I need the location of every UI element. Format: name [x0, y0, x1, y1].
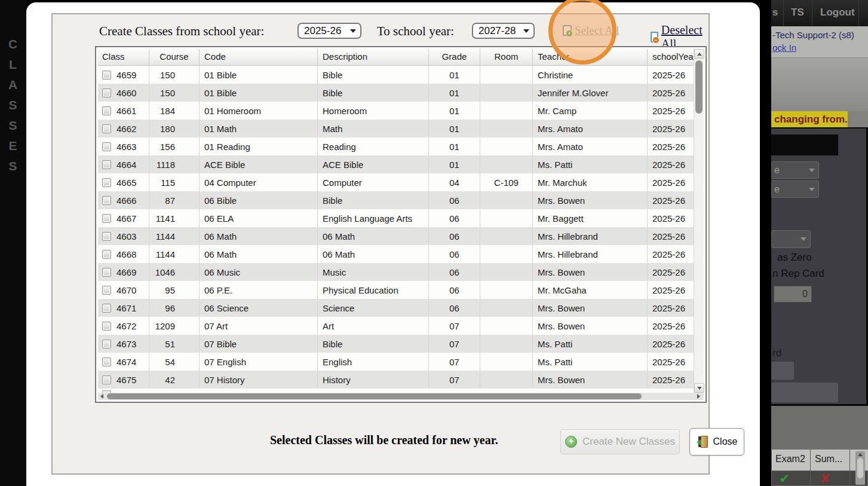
column-header-grade[interactable]: Grade	[429, 49, 480, 65]
table-row[interactable]: 4670 95 06 P.E. Physical Education 06 Mr…	[98, 281, 694, 299]
scroll-up-icon	[697, 53, 702, 56]
row-checkbox[interactable]	[102, 286, 111, 295]
table-row[interactable]: 4659 150 01 Bible Bible 01 Christine 202…	[98, 66, 694, 84]
cell-code: 01 Homeroom	[200, 102, 318, 120]
cell-schoolyear: 2025-26	[648, 371, 694, 389]
table-row[interactable]: 4672 1209 07 Art Art 07 Mrs. Bowen 2025-…	[98, 317, 694, 335]
table-row[interactable]: 4671 96 06 Science Science 06 Mrs. Bowen…	[98, 299, 694, 317]
column-header-room[interactable]: Room	[480, 49, 533, 65]
nav-tab-ts[interactable]: TS	[791, 7, 804, 19]
mini-table-scrollbar[interactable]	[855, 451, 865, 485]
row-checkbox[interactable]	[102, 214, 111, 223]
table-row[interactable]: 4668 1144 06 Math 06 Math 06 Mrs. Hilleb…	[98, 245, 694, 263]
row-checkbox[interactable]	[102, 106, 111, 115]
column-header-desc[interactable]: Description	[318, 49, 429, 65]
row-checkbox[interactable]	[102, 375, 111, 384]
background-input-small[interactable]	[771, 362, 794, 380]
cell-schoolyear: 2025-26	[648, 299, 694, 317]
create-button-label: Create New Classes	[582, 436, 675, 448]
column-header-sum[interactable]: Sum...	[815, 454, 842, 464]
cell-grade: 01	[429, 66, 480, 84]
cell-room	[480, 84, 533, 102]
row-checkbox[interactable]	[102, 304, 111, 313]
cell-code: 06 P.E.	[200, 281, 318, 299]
sidebar-vertical-title: CLASSES	[5, 37, 20, 179]
row-checkbox[interactable]	[102, 160, 111, 169]
nav-tab-logout[interactable]: Logout	[820, 7, 855, 19]
select-all-link[interactable]: + Select All	[563, 24, 619, 37]
rd-label: rd	[772, 347, 781, 359]
row-checkbox[interactable]	[102, 88, 111, 97]
cell-class: 4665	[98, 173, 149, 191]
clock-in-link[interactable]: ock In	[772, 42, 796, 53]
row-checkbox[interactable]	[102, 322, 111, 331]
table-row[interactable]: 4660 150 01 Bible Bible 01 Jennifer M.Gl…	[98, 84, 694, 102]
scroll-down-button[interactable]	[694, 383, 704, 393]
cell-course: 150	[149, 84, 200, 102]
table-row[interactable]: 4661 184 01 Homeroom Homeroom 01 Mr. Cam…	[98, 102, 694, 120]
from-year-select[interactable]: 2025-26	[297, 23, 361, 39]
zero-value-input[interactable]: 0	[774, 286, 812, 302]
background-dropdown-2[interactable]: e	[771, 181, 819, 198]
cell-code: 01 Math	[200, 120, 318, 137]
to-year-select[interactable]: 2027-28	[472, 23, 535, 39]
column-header-teacher[interactable]: Teacher	[533, 49, 648, 65]
row-checkbox[interactable]	[102, 250, 111, 259]
row-checkbox[interactable]	[102, 340, 111, 349]
row-checkbox[interactable]	[102, 142, 111, 151]
row-checkbox[interactable]	[102, 196, 111, 205]
column-header-exam2[interactable]: Exam2	[775, 454, 805, 464]
cell-class: 4674	[98, 353, 149, 371]
cell-code: 06 Math	[200, 227, 318, 245]
background-dropdown-1[interactable]: e	[771, 161, 819, 179]
column-header-cls[interactable]: Class	[98, 49, 149, 65]
cell-schoolyear: 2025-26	[648, 281, 694, 299]
cell-description: Math	[318, 120, 429, 137]
table-row[interactable]: 4603 1144 06 Math 06 Math 06 Mrs. Hilleb…	[98, 227, 694, 245]
row-checkbox[interactable]	[102, 268, 111, 277]
scroll-right-button[interactable]	[695, 393, 703, 400]
table-row[interactable]: 4666 87 06 Bible Bible 06 Mrs. Bowen 202…	[98, 191, 694, 209]
cell-code: 06 Music	[200, 263, 318, 281]
scroll-left-button[interactable]	[98, 393, 106, 400]
row-checkbox[interactable]	[102, 357, 111, 366]
close-button[interactable]: Close	[689, 428, 744, 456]
table-row[interactable]: 4663 156 01 Reading Reading 01 Mrs. Amat…	[98, 137, 694, 155]
column-header-course[interactable]: Course	[149, 49, 200, 65]
table-row[interactable]: 4664 1118 ACE Bible ACE Bible 01 Ms. Pat…	[98, 155, 694, 173]
cell-description: Bible	[318, 191, 429, 209]
background-dropdown-3[interactable]	[771, 230, 811, 248]
to-year-value: 2027-28	[479, 25, 516, 37]
background-app-strip: s TS Logout -Tech Support-2 (s8) ock In …	[771, 0, 868, 486]
row-checkbox[interactable]	[102, 124, 111, 133]
table-row[interactable]: 4662 180 01 Math Math 01 Mrs. Amato 2025…	[98, 120, 694, 137]
column-header-year[interactable]: schoolYea	[648, 49, 694, 65]
table-row[interactable]: 4669 1046 06 Music Music 06 Mrs. Bowen 2…	[98, 263, 694, 281]
horizontal-scroll-thumb[interactable]	[107, 393, 642, 399]
table-row[interactable]: 4673 51 07 Bible Bible 07 Ms. Patti 2025…	[98, 335, 694, 353]
column-header-code[interactable]: Code	[200, 49, 318, 65]
cell-code: 06 Science	[200, 299, 318, 317]
horizontal-scrollbar[interactable]	[98, 393, 704, 400]
table-row[interactable]: 4665 115 04 Computer Computer 04 C-109 M…	[98, 173, 694, 191]
row-checkbox[interactable]	[102, 232, 111, 241]
nav-tab-partial[interactable]: s	[772, 7, 778, 19]
cell-schoolyear: 2025-26	[648, 209, 694, 227]
create-new-classes-button[interactable]: + Create New Classes	[560, 429, 680, 454]
column-separator	[849, 450, 850, 486]
row-checkbox[interactable]	[102, 178, 111, 187]
scroll-down-icon	[697, 387, 702, 390]
row-checkbox[interactable]	[102, 71, 111, 80]
table-row[interactable]: 4674 54 07 English English 07 Ms. Patti …	[98, 353, 694, 371]
cell-teacher: Ms. Patti	[533, 155, 648, 173]
select-all-label: Select All	[575, 24, 619, 37]
vertical-scroll-thumb[interactable]	[695, 60, 703, 114]
table-row[interactable]: 4675 42 07 History History 07 Mrs. Bowen…	[98, 371, 694, 389]
background-input-wide[interactable]	[771, 383, 838, 402]
cell-description: Music	[318, 263, 429, 281]
scroll-up-button[interactable]	[694, 49, 704, 59]
table-row[interactable]: 4667 1141 06 ELA English Language Arts 0…	[98, 209, 694, 227]
vertical-scrollbar[interactable]	[694, 49, 704, 393]
mini-scroll-thumb[interactable]	[857, 458, 863, 478]
nav-separator	[858, 0, 859, 26]
